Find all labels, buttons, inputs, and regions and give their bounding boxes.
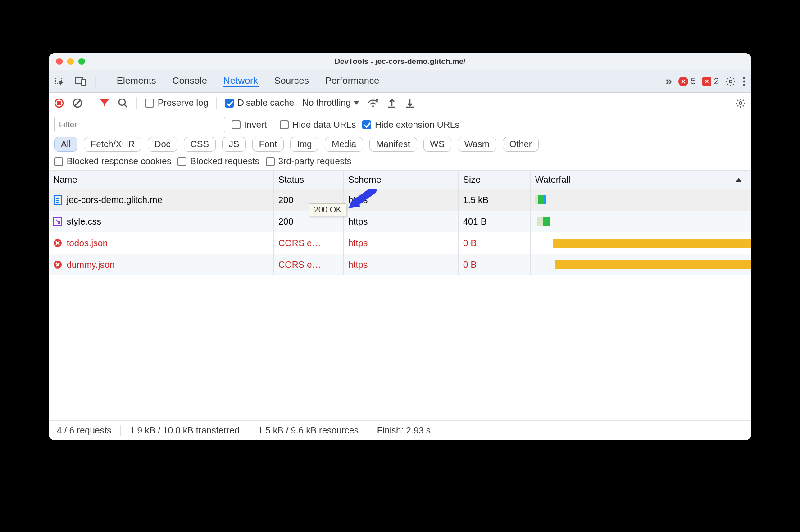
- table-row[interactable]: todos.jsonCORS e…https0 B: [49, 232, 751, 254]
- type-filter-other[interactable]: Other: [503, 137, 539, 152]
- network-conditions-icon[interactable]: [367, 98, 379, 108]
- status-bar: 4 / 6 requests 1.9 kB / 10.0 kB transfer…: [49, 420, 751, 440]
- blocked-cookies-checkbox[interactable]: Blocked response cookies: [54, 156, 171, 167]
- customize-menu-icon[interactable]: [742, 76, 746, 87]
- preserve-log-checkbox[interactable]: Preserve log: [145, 98, 208, 108]
- css-icon: [53, 217, 62, 226]
- request-waterfall: [531, 254, 751, 275]
- issue-count: 2: [714, 76, 719, 86]
- separator: [216, 97, 217, 109]
- tab-sources[interactable]: Sources: [273, 75, 310, 87]
- filter-toggle-icon[interactable]: [100, 99, 109, 108]
- sort-indicator-icon: [736, 178, 742, 182]
- errors-badge[interactable]: ✕ 5: [678, 76, 696, 86]
- status-tooltip: 200 OK: [309, 203, 346, 216]
- tab-console[interactable]: Console: [172, 75, 208, 87]
- device-toolbar-icon[interactable]: [75, 76, 86, 87]
- type-filter-ws[interactable]: WS: [423, 137, 451, 152]
- request-waterfall: [531, 211, 751, 232]
- request-status: CORS e…: [274, 254, 344, 275]
- throttling-select[interactable]: No throttling: [302, 98, 359, 108]
- network-toolbar: Preserve log Disable cache No throttling: [49, 93, 751, 113]
- more-tabs-icon[interactable]: »: [665, 74, 672, 88]
- import-har-icon[interactable]: [405, 98, 415, 108]
- table-header: Name Status Scheme Size Waterfall: [49, 171, 751, 189]
- table-row[interactable]: style.css200https401 B: [49, 211, 751, 232]
- type-filter-manifest[interactable]: Manifest: [369, 137, 417, 152]
- column-waterfall[interactable]: Waterfall: [531, 171, 751, 189]
- issue-icon: ✕: [702, 77, 711, 86]
- tab-elements[interactable]: Elements: [116, 75, 157, 87]
- column-name[interactable]: Name: [49, 171, 274, 189]
- hide-extension-urls-checkbox[interactable]: Hide extension URLs: [362, 120, 459, 130]
- request-size: 0 B: [459, 232, 531, 254]
- error-icon: ✕: [678, 77, 688, 86]
- export-har-icon[interactable]: [387, 98, 397, 108]
- inspect-element-icon[interactable]: [54, 76, 66, 87]
- issues-badge[interactable]: ✕ 2: [702, 76, 719, 86]
- network-filters: Invert Hide data URLs Hide extension URL…: [49, 113, 751, 171]
- svg-point-13: [372, 105, 374, 107]
- request-scheme: https: [344, 189, 459, 211]
- request-waterfall: [531, 232, 751, 254]
- resource-type-filters: AllFetch/XHRDocCSSJSFontImgMediaManifest…: [54, 137, 746, 152]
- column-status[interactable]: Status: [274, 171, 344, 189]
- third-party-checkbox[interactable]: 3rd-party requests: [266, 156, 351, 167]
- column-scheme[interactable]: Scheme: [344, 171, 459, 189]
- main-tabs: ElementsConsoleNetworkSourcesPerformance: [116, 75, 380, 87]
- disable-cache-label: Disable cache: [237, 98, 294, 108]
- svg-point-4: [743, 77, 745, 79]
- blocked-requests-checkbox[interactable]: Blocked requests: [177, 156, 259, 167]
- disable-cache-checkbox[interactable]: Disable cache: [225, 98, 294, 108]
- request-name: todos.json: [67, 238, 108, 248]
- request-waterfall: [531, 189, 751, 211]
- tab-performance[interactable]: Performance: [324, 75, 380, 87]
- status-requests: 4 / 6 requests: [57, 425, 111, 436]
- request-name: style.css: [67, 216, 101, 227]
- type-filter-font[interactable]: Font: [252, 137, 284, 152]
- table-body: jec-cors-demo.glitch.me200https1.5 kBsty…: [49, 189, 751, 420]
- column-size[interactable]: Size: [459, 171, 531, 189]
- invert-checkbox[interactable]: Invert: [232, 120, 267, 130]
- tab-network[interactable]: Network: [223, 75, 259, 87]
- request-size: 401 B: [459, 211, 531, 232]
- svg-rect-8: [57, 101, 61, 105]
- title-bar: DevTools - jec-cors-demo.glitch.me/: [49, 53, 751, 70]
- type-filter-img[interactable]: Img: [290, 137, 318, 152]
- request-size: 0 B: [459, 254, 531, 275]
- type-filter-media[interactable]: Media: [325, 137, 363, 152]
- request-size: 1.5 kB: [459, 189, 531, 211]
- filter-input[interactable]: [54, 117, 225, 132]
- network-settings-icon[interactable]: [735, 98, 746, 108]
- clear-button[interactable]: [72, 98, 83, 108]
- type-filter-wasm[interactable]: Wasm: [458, 137, 496, 152]
- type-filter-doc[interactable]: Doc: [148, 137, 177, 152]
- table-row[interactable]: jec-cors-demo.glitch.me200https1.5 kB: [49, 189, 751, 211]
- status-resources: 1.5 kB / 9.6 kB resources: [258, 425, 359, 436]
- separator: [136, 97, 137, 109]
- devtools-window: DevTools - jec-cors-demo.glitch.me/ Elem…: [49, 53, 751, 440]
- type-filter-all[interactable]: All: [54, 137, 77, 152]
- type-filter-fetchxhr[interactable]: Fetch/XHR: [84, 137, 141, 152]
- request-name: dummy.json: [67, 260, 114, 270]
- status-transferred: 1.9 kB / 10.0 kB transferred: [130, 425, 239, 436]
- type-filter-css[interactable]: CSS: [184, 137, 216, 152]
- request-scheme: https: [344, 232, 459, 254]
- svg-point-18: [739, 102, 742, 104]
- svg-point-11: [119, 99, 125, 105]
- request-name: jec-cors-demo.glitch.me: [67, 195, 162, 205]
- search-icon[interactable]: [118, 98, 128, 108]
- table-row[interactable]: dummy.jsonCORS e…https0 B: [49, 254, 751, 275]
- record-button[interactable]: [54, 98, 64, 108]
- throttling-label: No throttling: [302, 98, 351, 108]
- window-title: DevTools - jec-cors-demo.glitch.me/: [49, 57, 751, 66]
- settings-icon[interactable]: [725, 76, 736, 87]
- request-scheme: https: [344, 211, 459, 232]
- request-status: CORS e…: [274, 232, 344, 254]
- type-filter-js[interactable]: JS: [222, 137, 246, 152]
- error-count: 5: [691, 76, 696, 86]
- hide-data-urls-checkbox[interactable]: Hide data URLs: [280, 120, 356, 130]
- error-icon: [53, 239, 62, 248]
- error-icon: [53, 260, 62, 269]
- doc-icon: [53, 195, 62, 204]
